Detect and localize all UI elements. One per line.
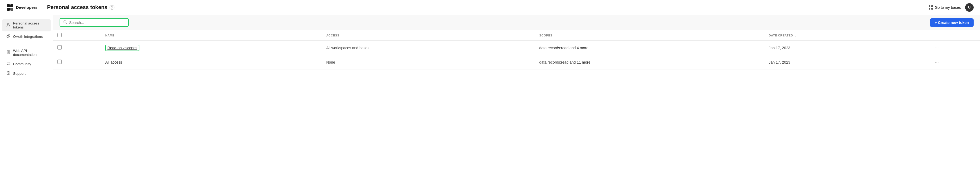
main-content: + Create new token NAME ACCESS (53, 15, 980, 174)
search-input-wrapper (60, 18, 129, 27)
link-icon (6, 34, 10, 39)
doc-icon (6, 50, 10, 55)
table-body: Read-only scopes All workspaces and base… (53, 41, 980, 69)
layout: Personal access tokens OAuth integration… (0, 15, 980, 174)
row-1-access-cell: All workspaces and bases (322, 41, 535, 55)
row-1-checkbox-cell (53, 41, 92, 55)
search-input[interactable] (69, 21, 125, 25)
row-1-more-button[interactable]: ··· (933, 44, 941, 52)
table-row: All access None data.records:read and 11… (53, 55, 980, 69)
table-row: Read-only scopes All workspaces and base… (53, 41, 980, 55)
row-1-checkbox[interactable] (57, 45, 62, 49)
sidebar-item-oauth-integrations[interactable]: OAuth integrations (2, 32, 51, 41)
select-all-header (53, 30, 92, 41)
grid-icon (928, 5, 933, 10)
sidebar-label-oauth-integrations: OAuth integrations (13, 35, 43, 38)
row-2-name-cell: All access (92, 55, 322, 69)
svg-rect-5 (931, 5, 933, 7)
svg-point-11 (8, 74, 9, 74)
svg-rect-7 (931, 8, 933, 10)
header: Developers Personal access tokens ? Go t… (0, 0, 980, 15)
sort-icon: ↓ (795, 34, 797, 37)
name-column-header: NAME (92, 30, 322, 41)
sidebar-item-personal-access-tokens[interactable]: Personal access tokens (2, 19, 51, 31)
actions-column-header (928, 30, 980, 41)
sidebar-item-support[interactable]: Support (2, 69, 51, 78)
go-to-bases-button[interactable]: Go to my bases (928, 5, 961, 10)
header-right: Go to my bases U (928, 3, 974, 12)
avatar[interactable]: U (965, 3, 974, 12)
row-2-access-cell: None (322, 55, 535, 69)
header-left: Developers Personal access tokens ? (6, 4, 115, 11)
select-all-checkbox[interactable] (57, 33, 62, 37)
date-created-column-header[interactable]: DATE CREATED ↓ (765, 30, 928, 41)
row-1-actions-cell: ··· (928, 41, 980, 55)
row-2-checkbox-cell (53, 55, 92, 69)
svg-rect-2 (7, 8, 10, 11)
row-2-scopes-cell: data.records:read and 11 more (535, 55, 765, 69)
help-icon[interactable]: ? (110, 5, 115, 10)
sidebar-item-web-api-documentation[interactable]: Web API documentation (2, 46, 51, 59)
svg-rect-6 (929, 8, 930, 10)
row-1-name-cell: Read-only scopes (92, 41, 322, 55)
row-2-checkbox[interactable] (57, 60, 62, 64)
sidebar-label-web-api-documentation: Web API documentation (13, 49, 46, 57)
table-header: NAME ACCESS SCOPES DATE CREATED ↓ (53, 30, 980, 41)
sidebar: Personal access tokens OAuth integration… (0, 15, 53, 174)
create-new-token-button[interactable]: + Create new token (930, 18, 974, 27)
sidebar-label-community: Community (13, 62, 31, 66)
row-2-token-link[interactable]: All access (105, 60, 122, 64)
sidebar-item-community[interactable]: Community (2, 59, 51, 69)
svg-rect-1 (10, 4, 13, 7)
search-icon (63, 20, 67, 25)
sidebar-label-personal-access-tokens: Personal access tokens (13, 21, 46, 29)
scopes-column-header: SCOPES (535, 30, 765, 41)
tokens-table: NAME ACCESS SCOPES DATE CREATED ↓ (53, 30, 980, 69)
chat-icon (6, 61, 10, 66)
access-column-header: ACCESS (322, 30, 535, 41)
row-1-token-link[interactable]: Read-only scopes (105, 45, 139, 51)
person-icon (6, 23, 10, 28)
logo-icon (6, 4, 14, 11)
svg-rect-3 (10, 8, 13, 11)
row-2-more-button[interactable]: ··· (933, 58, 941, 66)
row-2-actions-cell: ··· (928, 55, 980, 69)
page-title: Personal access tokens ? (47, 4, 115, 10)
row-1-date-cell: Jan 17, 2023 (765, 41, 928, 55)
table-area: NAME ACCESS SCOPES DATE CREATED ↓ (53, 30, 980, 174)
svg-rect-0 (7, 4, 10, 7)
svg-rect-4 (929, 5, 930, 7)
sidebar-label-support: Support (13, 72, 25, 75)
svg-point-8 (8, 23, 9, 25)
search-bar-area: + Create new token (53, 15, 980, 30)
row-1-scopes-cell: data.records:read and 4 more (535, 41, 765, 55)
logo-text: Developers (16, 5, 38, 10)
row-2-date-cell: Jan 17, 2023 (765, 55, 928, 69)
question-icon (6, 71, 10, 76)
logo: Developers (6, 4, 38, 11)
